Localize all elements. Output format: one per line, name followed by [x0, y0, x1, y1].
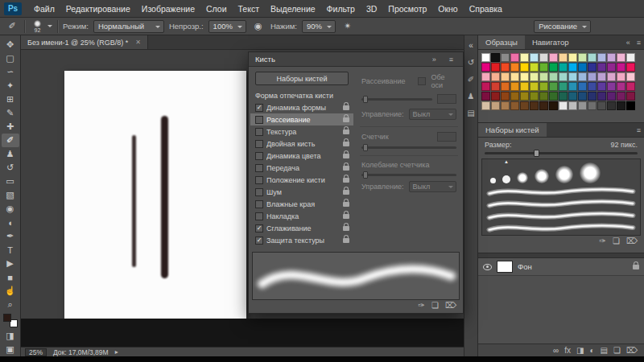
brush-tool[interactable]: ✐ [2, 134, 19, 147]
color-swatch[interactable] [549, 72, 558, 81]
crop-tool[interactable]: ⊞ [2, 93, 19, 106]
new-layer-icon[interactable]: ❏ [613, 347, 621, 355]
layer-visibility-icon[interactable] [483, 264, 492, 270]
lock-icon[interactable] [343, 154, 349, 158]
lock-icon[interactable] [343, 190, 349, 195]
option-checkbox[interactable] [255, 116, 263, 124]
lock-icon[interactable] [343, 105, 349, 110]
tab-swatches[interactable]: Образцы [478, 35, 525, 49]
pressure-opacity-icon[interactable]: ◉ [251, 20, 266, 33]
brush-option-row[interactable]: Рассеивание [250, 113, 353, 125]
brush-option-row[interactable]: Передача [250, 162, 353, 174]
color-swatch[interactable] [568, 63, 577, 72]
hand-tool[interactable]: ☝ [2, 284, 19, 298]
color-swatch[interactable] [617, 82, 625, 91]
color-swatch[interactable] [501, 72, 510, 81]
count-jitter-control-select[interactable]: Выкл [409, 181, 456, 192]
option-checkbox[interactable] [255, 200, 263, 208]
color-swatch[interactable] [501, 63, 510, 72]
color-swatch[interactable] [588, 92, 597, 101]
color-swatch[interactable] [491, 72, 500, 81]
color-swatch[interactable] [617, 63, 625, 72]
color-swatch[interactable] [491, 92, 500, 101]
slider-thumb[interactable] [534, 150, 539, 157]
lock-icon[interactable] [343, 166, 349, 171]
lock-icon[interactable] [343, 142, 349, 146]
stroke-preview-icon[interactable]: ✑ [600, 237, 606, 245]
color-swatch[interactable] [539, 53, 548, 62]
delete-brush-icon[interactable]: ⌦ [445, 302, 456, 310]
color-swatch[interactable] [539, 82, 548, 91]
color-swatch[interactable] [597, 82, 606, 91]
brush-option-row[interactable]: ✓Сглаживание [250, 222, 353, 234]
blur-tool[interactable]: ◉ [2, 202, 19, 216]
layer-name[interactable]: Фон [518, 262, 628, 271]
brush-panel-title-bar[interactable]: Кисть » ≡ [249, 52, 463, 67]
color-swatch[interactable] [626, 63, 635, 72]
type-tool[interactable]: T [2, 243, 19, 257]
quick-selection-tool[interactable]: ✦ [2, 79, 19, 93]
color-swatch[interactable] [491, 53, 500, 62]
brush-option-row[interactable]: Двойная кисть [250, 138, 353, 150]
color-swatches-widget[interactable] [3, 314, 18, 327]
color-swatch[interactable] [607, 101, 616, 110]
layer-mask-icon[interactable]: ◨ [576, 347, 584, 355]
option-checkbox[interactable]: ✓ [255, 224, 263, 232]
panel-menu-icon[interactable]: ≡ [634, 35, 644, 49]
color-swatch[interactable] [607, 92, 616, 101]
option-checkbox[interactable] [255, 212, 263, 220]
gradient-tool[interactable]: ▧ [2, 188, 19, 202]
menu-item[interactable]: Фильтр [321, 4, 361, 14]
color-swatch[interactable] [588, 82, 597, 91]
color-swatch[interactable] [520, 82, 529, 91]
color-swatch[interactable] [549, 53, 558, 62]
lasso-tool[interactable]: ∽ [2, 65, 19, 79]
color-swatch[interactable] [588, 101, 597, 110]
color-swatch[interactable] [530, 101, 539, 110]
color-swatch[interactable] [568, 101, 577, 110]
count-slider[interactable] [361, 146, 456, 149]
brush-option-row[interactable]: Положение кисти [250, 174, 353, 186]
tool-preset-picker[interactable]: ✐ [5, 20, 19, 33]
color-swatch[interactable] [617, 101, 625, 110]
color-swatch[interactable] [588, 63, 597, 72]
brush-preset-stroke[interactable] [484, 185, 638, 197]
color-swatch[interactable] [626, 82, 635, 91]
color-swatch[interactable] [530, 82, 539, 91]
color-swatch[interactable] [510, 53, 519, 62]
lock-icon[interactable] [343, 226, 349, 231]
airbrush-icon[interactable]: ✴ [341, 20, 355, 33]
document-tab[interactable]: Без имени-1 @ 25% (RGB/8) * ✕ [21, 35, 148, 49]
color-swatch[interactable] [559, 53, 568, 62]
layer-thumbnail[interactable] [497, 261, 513, 273]
color-swatch[interactable] [501, 101, 510, 110]
workspace-select[interactable]: Рисование [534, 20, 591, 33]
menu-item[interactable]: Справка [464, 4, 508, 14]
color-swatch[interactable] [520, 63, 529, 72]
color-swatch[interactable] [539, 72, 548, 81]
delete-brush-icon[interactable]: ⌦ [626, 237, 638, 245]
shape-tool[interactable]: ■ [2, 270, 19, 284]
brush-preset-dot[interactable] [580, 161, 601, 183]
color-swatch[interactable] [539, 101, 548, 110]
color-swatch[interactable] [588, 72, 597, 81]
option-checkbox[interactable] [255, 176, 263, 184]
color-swatch[interactable] [578, 72, 587, 81]
both-axes-checkbox[interactable] [418, 77, 426, 85]
brush-preset-dot[interactable]: ▲ [502, 161, 510, 183]
option-checkbox[interactable]: ✓ [255, 104, 263, 112]
brush-preset-dot[interactable] [490, 161, 496, 183]
option-checkbox[interactable] [255, 152, 263, 160]
marquee-tool[interactable]: ▢ [2, 51, 19, 65]
color-swatch[interactable] [597, 53, 606, 62]
scatter-slider[interactable] [361, 98, 432, 101]
brush-preset-stroke[interactable] [484, 197, 638, 209]
color-swatch[interactable] [607, 53, 616, 62]
color-swatch[interactable] [510, 72, 519, 81]
zoom-tool[interactable]: ⌕ [2, 298, 19, 311]
collapse-panels-icon[interactable]: « [623, 35, 634, 49]
screen-mode-icon[interactable]: ▣ [2, 343, 19, 356]
color-swatch[interactable] [588, 53, 597, 62]
color-swatch[interactable] [559, 72, 568, 81]
color-swatch[interactable] [481, 72, 490, 81]
